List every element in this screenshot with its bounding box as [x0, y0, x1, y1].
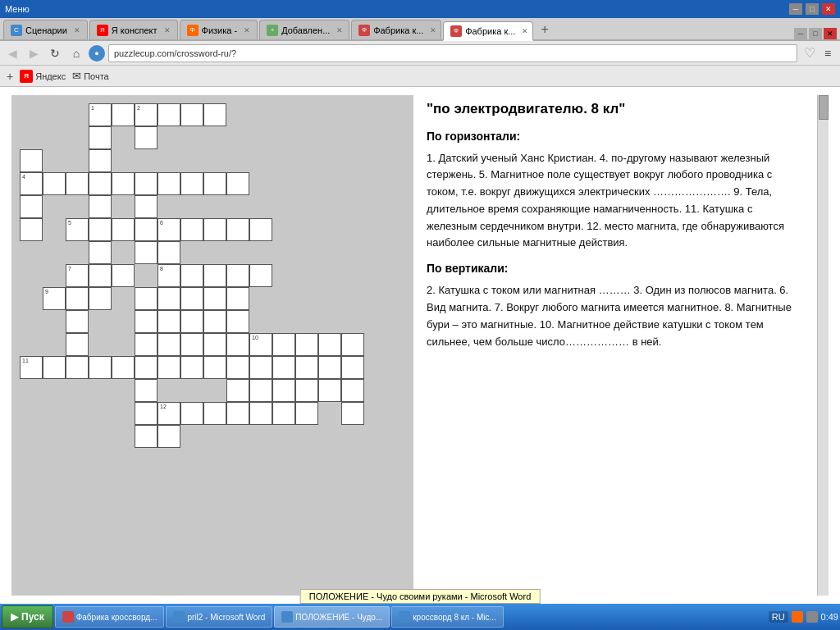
cell-r0c4[interactable] — [112, 103, 135, 126]
favorites-icon[interactable]: ♡ — [804, 45, 815, 61]
cell-r10c13[interactable] — [318, 333, 341, 356]
cell-r11c10[interactable] — [249, 356, 272, 379]
taskbar-fabrika[interactable]: Фабрика кроссворд... — [55, 606, 165, 628]
tab-close-added[interactable]: ✕ — [336, 26, 343, 34]
cell-r9c2[interactable] — [66, 310, 89, 333]
cell-r0c5-2[interactable]: 2 — [135, 103, 158, 126]
scrollbar-thumb[interactable] — [819, 95, 829, 120]
cell-r11c1[interactable] — [43, 356, 66, 379]
cell-r2c3[interactable] — [89, 149, 112, 172]
tab-close-fizika[interactable]: ✕ — [244, 26, 250, 34]
cell-r4c5[interactable] — [135, 195, 158, 218]
cell-r1c3[interactable] — [89, 126, 112, 149]
tab-close-yandex[interactable]: ✕ — [164, 26, 171, 34]
cell-r5c3[interactable] — [89, 218, 112, 241]
cell-r12c14[interactable] — [341, 379, 364, 402]
cell-r2c0[interactable] — [20, 149, 43, 172]
cell-r11c2[interactable] — [66, 356, 89, 379]
cell-r8c9[interactable] — [226, 287, 249, 310]
add-bookmark-button[interactable]: + — [7, 70, 13, 83]
cell-r13c7[interactable] — [180, 402, 203, 425]
cell-r6c6[interactable] — [158, 241, 180, 264]
cell-r6c3[interactable] — [89, 241, 112, 264]
cell-r10c2[interactable] — [66, 333, 89, 356]
tab-close-fabrika1[interactable]: ✕ — [430, 26, 436, 34]
back-button[interactable]: ◀ — [3, 44, 21, 62]
bookmark-yandex[interactable]: Я Яндекс — [20, 70, 66, 83]
cell-r13c14[interactable] — [341, 402, 364, 425]
cell-r13c10[interactable] — [249, 402, 272, 425]
cell-r3c2[interactable] — [66, 172, 89, 195]
cell-r8c2[interactable] — [66, 287, 89, 310]
cell-r4c3[interactable] — [89, 195, 112, 218]
cell-r10c8[interactable] — [203, 333, 226, 356]
cell-r0c8[interactable] — [203, 103, 226, 126]
browser-menu[interactable]: Меню — [5, 4, 30, 14]
cell-r12c13[interactable] — [318, 379, 341, 402]
tab-fabrika2[interactable]: Ф Фабрика к... ✕ — [443, 21, 533, 41]
cell-r11c12[interactable] — [295, 356, 318, 379]
cell-r13c11[interactable] — [272, 402, 295, 425]
cell-r11c4[interactable] — [112, 356, 135, 379]
cell-r11c7[interactable] — [180, 356, 203, 379]
cell-r9c9[interactable] — [226, 310, 249, 333]
cell-r11c6[interactable] — [158, 356, 180, 379]
refresh-button[interactable]: ↻ — [46, 44, 64, 62]
cell-r1c5[interactable] — [135, 126, 158, 149]
cell-8-start[interactable]: 8 — [158, 264, 180, 287]
cell-r11c8[interactable] — [203, 356, 226, 379]
taskbar-pril2[interactable]: pril2 - Microsoft Word — [166, 606, 272, 628]
cell-r13c5[interactable] — [135, 402, 158, 425]
address-bar[interactable]: puzzlecup.com/crossword-ru/? — [108, 44, 797, 62]
cell-r5c7[interactable] — [180, 218, 203, 241]
cell-r3c3[interactable] — [89, 172, 112, 195]
tab-fizika[interactable]: Ф Физика - ✕ — [180, 20, 258, 39]
cell-r11c14[interactable] — [341, 356, 364, 379]
cell-r8c6[interactable] — [158, 287, 180, 310]
taskbar-polozhenie[interactable]: ПОЛОЖЕНИЕ - Чудо... — [274, 606, 390, 628]
cell-r13c9[interactable] — [226, 402, 249, 425]
cell-r10c11[interactable] — [272, 333, 295, 356]
maximize-button[interactable]: □ — [806, 3, 819, 15]
new-tab-button[interactable]: + — [535, 20, 555, 39]
cell-r13c12[interactable] — [295, 402, 318, 425]
scrollbar-track[interactable] — [817, 95, 829, 596]
cell-r7c8[interactable] — [203, 264, 226, 287]
cell-r12c12[interactable] — [295, 379, 318, 402]
home-button[interactable]: ⌂ — [67, 44, 85, 62]
cell-r8c5[interactable] — [135, 287, 158, 310]
cell-10-start[interactable]: 10 — [249, 333, 272, 356]
cell-r0c7[interactable] — [180, 103, 203, 126]
lang-indicator[interactable]: RU — [769, 611, 788, 623]
cell-7-start[interactable]: 7 — [66, 264, 89, 287]
cell-r9c5[interactable] — [135, 310, 158, 333]
cell-r14c5[interactable] — [135, 425, 158, 448]
cell-r5c10[interactable] — [249, 218, 272, 241]
cell-r0c6[interactable] — [158, 103, 180, 126]
cell-r12c11[interactable] — [272, 379, 295, 402]
cell-r10c9[interactable] — [226, 333, 249, 356]
cell-11-start[interactable]: 11 — [20, 356, 43, 379]
browser-minimize[interactable]: ─ — [794, 28, 807, 39]
cell-r5c4[interactable] — [112, 218, 135, 241]
cell-r11c3[interactable] — [89, 356, 112, 379]
cell-r3c6[interactable] — [158, 172, 180, 195]
cell-r3c1[interactable] — [43, 172, 66, 195]
cell-12-start[interactable]: 12 — [158, 402, 180, 425]
cell-r12c9[interactable] — [226, 379, 249, 402]
cell-r12c5[interactable] — [135, 379, 158, 402]
minimize-button[interactable]: ─ — [789, 3, 802, 15]
forward-button[interactable]: ▶ — [25, 44, 43, 62]
tab-close-fabrika2[interactable]: ✕ — [522, 27, 528, 35]
cell-r7c3[interactable] — [89, 264, 112, 287]
cell-r8c8[interactable] — [203, 287, 226, 310]
cell-r5c0[interactable] — [20, 218, 43, 241]
cell-r10c12[interactable] — [295, 333, 318, 356]
cell-r8c7[interactable] — [180, 287, 203, 310]
cell-r3c9[interactable] — [226, 172, 249, 195]
cell-6-start[interactable]: 6 — [158, 218, 180, 241]
cell-5-start[interactable]: 5 — [66, 218, 89, 241]
cell-r10c14[interactable] — [341, 333, 364, 356]
cell-r7c7[interactable] — [180, 264, 203, 287]
cell-r9c8[interactable] — [203, 310, 226, 333]
